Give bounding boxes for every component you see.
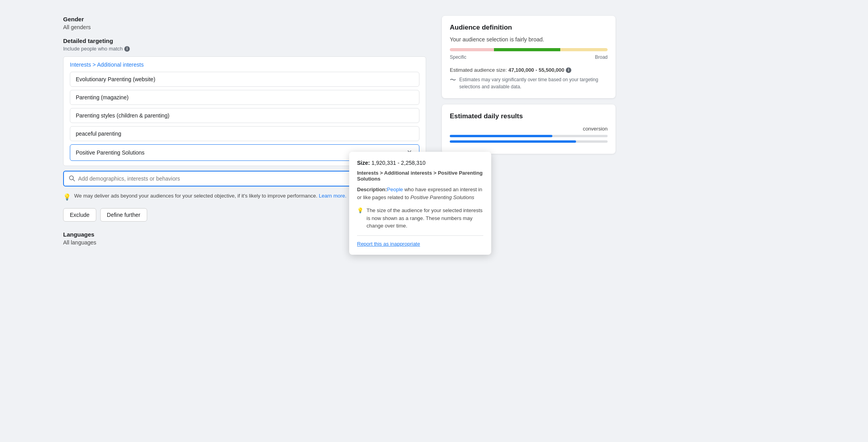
report-inappropriate-link[interactable]: Report this as inappropriate: [357, 241, 420, 247]
tooltip-people-link[interactable]: People: [387, 186, 403, 192]
audience-size-range: 47,100,000 - 55,500,000: [509, 67, 565, 73]
tooltip-lightbulb-icon: 💡: [357, 207, 363, 214]
breadcrumb-additional[interactable]: Additional interests: [97, 62, 144, 68]
search-icon: [69, 175, 75, 183]
results-bar-1: [450, 135, 608, 137]
conversion-label: conversion: [583, 126, 608, 132]
audience-status: Your audience selection is fairly broad.: [450, 36, 608, 43]
results-bar-fill-1: [450, 135, 552, 137]
meter-current: [494, 48, 560, 51]
audience-meter: [450, 48, 608, 51]
include-info-icon[interactable]: i: [124, 46, 130, 52]
breadcrumb: Interests > Additional interests: [70, 62, 419, 68]
tooltip-popup: Size: 1,920,331 - 2,258,310 Interests > …: [349, 152, 491, 255]
audience-size-info-icon[interactable]: i: [566, 67, 571, 73]
interest-item: Parenting styles (children & parenting): [70, 108, 419, 123]
interest-text: Parenting styles (children & parenting): [76, 112, 169, 119]
tooltip-description: Description:People who have expressed an…: [357, 186, 483, 201]
interest-item: Evolutionary Parenting (website): [70, 72, 419, 87]
daily-results-title: Estimated daily results: [450, 112, 608, 120]
interest-item: Parenting (magazine): [70, 90, 419, 105]
tooltip-description-prefix: Description:: [357, 186, 387, 192]
tooltip-note-text: The size of the audience for your select…: [367, 207, 483, 230]
gender-section: Gender All genders: [63, 16, 426, 30]
audience-size: Estimated audience size: 47,100,000 - 55…: [450, 67, 608, 73]
breadcrumb-separator: >: [93, 62, 97, 68]
info-note-text: We may deliver ads beyond your audiences…: [74, 193, 317, 199]
detailed-targeting-label: Detailed targeting: [63, 37, 426, 44]
meter-specific: [450, 48, 494, 51]
interest-text: peaceful parenting: [76, 131, 121, 137]
audience-size-label: Estimated audience size:: [450, 67, 507, 73]
estimates-note: 〜 Estimates may vary significantly over …: [450, 76, 608, 90]
tooltip-size-range: 1,920,331 - 2,258,310: [372, 160, 426, 166]
exclude-button[interactable]: Exclude: [63, 208, 96, 222]
estimates-icon: 〜: [450, 75, 456, 85]
daily-results-card: Estimated daily results conversion: [442, 104, 615, 154]
meter-broad: [560, 48, 608, 51]
interests-container: Interests > Additional interests Evoluti…: [63, 56, 426, 166]
tooltip-note: 💡 The size of the audience for your sele…: [357, 207, 483, 236]
gender-label: Gender: [63, 16, 426, 22]
estimates-text: Estimates may vary significantly over ti…: [459, 76, 608, 90]
tooltip-size: Size: 1,920,331 - 2,258,310: [357, 160, 483, 166]
interest-text: Evolutionary Parenting (website): [76, 76, 155, 82]
svg-line-1: [73, 179, 75, 181]
results-bar-2: [450, 140, 608, 143]
meter-specific-label: Specific: [450, 54, 466, 60]
interest-item: peaceful parenting: [70, 126, 419, 141]
learn-more-link[interactable]: Learn more.: [319, 193, 346, 199]
results-bar-fill-2: [450, 140, 576, 143]
meter-labels: Specific Broad: [450, 54, 608, 60]
tooltip-size-label: Size:: [357, 160, 370, 166]
search-input[interactable]: [78, 175, 358, 182]
audience-definition-title: Audience definition: [450, 24, 608, 32]
audience-definition-card: Audience definition Your audience select…: [442, 16, 615, 98]
lightbulb-icon: 💡: [63, 192, 71, 202]
gender-value: All genders: [63, 24, 426, 30]
include-people-label: Include people who match i: [63, 46, 426, 52]
tooltip-path: Interests > Additional interests > Posit…: [357, 170, 483, 182]
interest-text: Parenting (magazine): [76, 94, 129, 101]
meter-broad-label: Broad: [595, 54, 608, 60]
tooltip-description-italic: Positive Parenting Solutions: [410, 194, 474, 200]
breadcrumb-interests[interactable]: Interests: [70, 62, 91, 68]
interest-text: Positive Parenting Solutions: [76, 149, 144, 156]
define-further-button[interactable]: Define further: [100, 208, 147, 222]
